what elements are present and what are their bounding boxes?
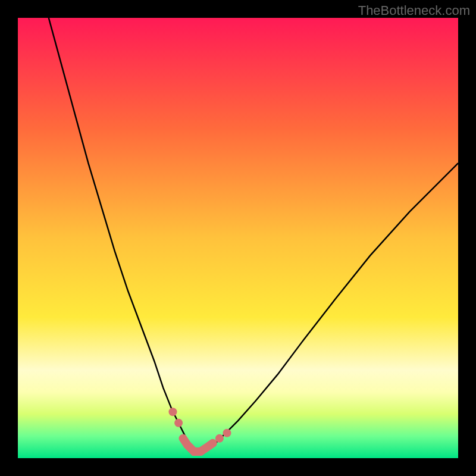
chart-plot xyxy=(18,18,458,458)
data-point xyxy=(168,408,177,416)
chart-background xyxy=(18,18,458,458)
data-point xyxy=(174,419,183,427)
watermark-text: TheBottleneck.com xyxy=(358,3,470,18)
data-point xyxy=(215,434,224,443)
root: TheBottleneck.com xyxy=(0,0,476,476)
chart-svg xyxy=(18,18,458,458)
data-point xyxy=(223,429,231,437)
